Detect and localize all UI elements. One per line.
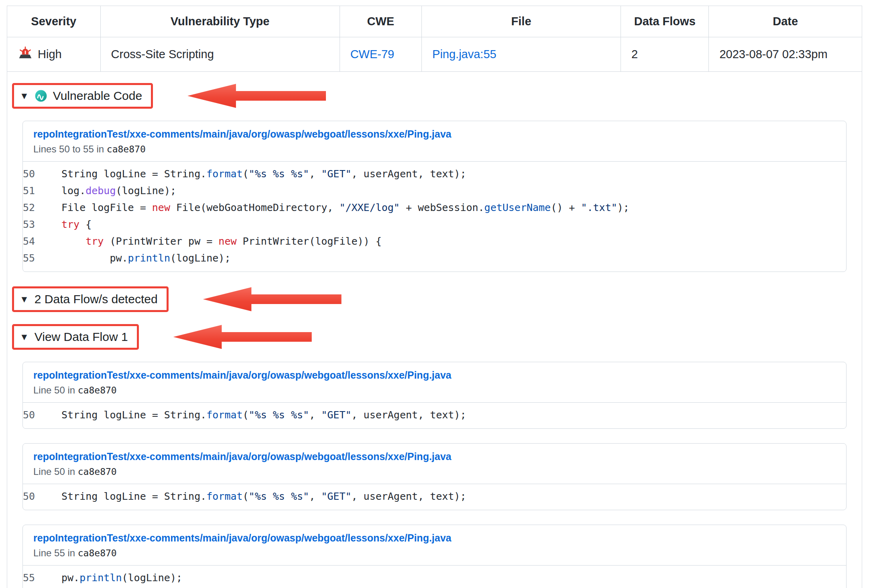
commit-hash: ca8e870 [107,144,146,154]
vulnerable-code-label: Vulnerable Code [53,89,142,103]
code-snippet-panel: repoIntegrationTest/xxe-comments/main/ja… [22,443,847,510]
line-range-label: Line 50 in ca8e870 [33,385,836,396]
annotation-arrow [187,84,326,108]
file-cell: Ping.java:55 [422,37,621,72]
triangle-down-icon: ▼ [20,333,29,342]
view-data-flow-1-section: ▼ View Data Flow 1 repoIntegrationTest/x… [22,324,847,588]
data-flow-step-panel-host: repoIntegrationTest/xxe-comments/main/ja… [22,525,847,588]
mobb-logo-icon [35,89,47,102]
line-range-label: Line 55 in ca8e870 [33,547,836,559]
triangle-down-icon: ▼ [20,91,29,101]
annotation-arrow [173,325,312,349]
code-line: String logLine = String.format("%s %s %s… [61,407,846,424]
severity-value: High [38,48,62,61]
column-header-date: Date [709,6,862,37]
data-flows-toggle[interactable]: ▼ 2 Data Flow/s detected [22,286,847,312]
triangle-down-icon: ▼ [20,295,29,304]
line-number: 50 [23,488,61,505]
vulnerability-summary-table: Severity Vulnerability Type CWE File Dat… [7,6,862,72]
line-number: 51 [23,182,61,199]
commit-hash: ca8e870 [78,548,117,558]
code-line-row: 50String logLine = String.format("%s %s … [23,488,846,505]
file-location-link[interactable]: Ping.java:55 [432,48,497,61]
code-line-row: 55pw.println(logLine); [23,570,846,586]
view-data-flow-1-toggle[interactable]: ▼ View Data Flow 1 [22,324,847,350]
annotation-arrow [203,287,342,311]
vulnerable-code-section: ▼ Vulnerab [22,83,847,272]
annotation-box: ▼ Vulnerab [12,83,153,109]
data-flows-label: 2 Data Flow/s detected [35,292,158,306]
data-flow-step-panel-host: repoIntegrationTest/xxe-comments/main/ja… [22,443,847,510]
cwe-cell: CWE-79 [340,37,421,72]
vulnerable-code-panel-host: repoIntegrationTest/xxe-comments/main/ja… [22,121,847,272]
annotation-box: ▼ 2 Data Flow/s detected [12,286,169,312]
code-line-row: 55 pw.println(logLine); [23,250,846,267]
commit-hash: ca8e870 [78,466,117,477]
data-flow-step-panel-host: repoIntegrationTest/xxe-comments/main/ja… [22,362,847,429]
table-row: High Cross-Site Scripting CWE-79 Ping.ja… [7,37,862,72]
file-path-link[interactable]: repoIntegrationTest/xxe-comments/main/ja… [33,532,452,544]
snippet-header: repoIntegrationTest/xxe-comments/main/ja… [23,525,846,566]
line-number: 50 [23,166,61,182]
line-range-label: Lines 50 to 55 in ca8e870 [33,144,836,155]
report-body: ▼ Vulnerab [7,83,862,588]
code-line: try { [61,216,846,233]
code-line: pw.println(logLine); [61,250,846,267]
column-header-data-flows: Data Flows [621,6,709,37]
line-range-label: Line 50 in ca8e870 [33,466,836,477]
data-flows-cell: 2 [621,37,709,72]
vulnerability-report-card: Severity Vulnerability Type CWE File Dat… [7,6,862,588]
vulnerable-code-toggle[interactable]: ▼ Vulnerab [22,83,847,109]
code-line-row: 54 try (PrintWriter pw = new PrintWriter… [23,233,846,250]
line-number: 50 [23,407,61,424]
commit-hash: ca8e870 [78,385,117,395]
severity-cell: High [7,37,100,72]
cwe-link[interactable]: CWE-79 [350,48,395,61]
code-line-row: 50String logLine = String.format("%s %s … [23,407,846,424]
date-cell: 2023-08-07 02:33pm [709,37,862,72]
view-data-flow-1-label: View Data Flow 1 [35,330,128,344]
line-number: 52 [23,199,61,216]
line-number: 55 [23,250,61,267]
code-line: String logLine = String.format("%s %s %s… [61,488,846,505]
code-line-row: 51log.debug(logLine); [23,182,846,199]
file-path-link[interactable]: repoIntegrationTest/xxe-comments/main/ja… [33,128,452,140]
code-line: log.debug(logLine); [61,182,846,199]
code-line: pw.println(logLine); [61,570,846,586]
rotating-light-icon [18,45,33,63]
code-line: try (PrintWriter pw = new PrintWriter(lo… [61,233,846,250]
code-snippet-panel: repoIntegrationTest/xxe-comments/main/ja… [22,362,847,429]
code-line: File logFile = new File(webGoatHomeDirec… [61,199,846,216]
code-snippet-panel: repoIntegrationTest/xxe-comments/main/ja… [22,525,847,588]
annotation-box: ▼ View Data Flow 1 [12,324,139,350]
code-line-row: 53try { [23,216,846,233]
snippet-header: repoIntegrationTest/xxe-comments/main/ja… [23,121,846,162]
file-path-link[interactable]: repoIntegrationTest/xxe-comments/main/ja… [33,451,452,462]
column-header-file: File [422,6,621,37]
snippet-header: repoIntegrationTest/xxe-comments/main/ja… [23,362,846,403]
code-line-row: 50String logLine = String.format("%s %s … [23,166,846,182]
vulnerability-type-cell: Cross-Site Scripting [100,37,340,72]
data-flows-section: ▼ 2 Data Flow/s detected ▼ View Data Flo… [22,286,847,588]
line-number: 55 [23,570,61,586]
code-line: String logLine = String.format("%s %s %s… [61,166,846,182]
table-header-row: Severity Vulnerability Type CWE File Dat… [7,6,862,37]
column-header-severity: Severity [7,6,100,37]
column-header-vulnerability-type: Vulnerability Type [100,6,340,37]
snippet-header: repoIntegrationTest/xxe-comments/main/ja… [23,444,846,484]
file-path-link[interactable]: repoIntegrationTest/xxe-comments/main/ja… [33,369,452,381]
column-header-cwe: CWE [340,6,421,37]
code-snippet-panel: repoIntegrationTest/xxe-comments/main/ja… [22,121,847,272]
code-line-row: 52File logFile = new File(webGoatHomeDir… [23,199,846,216]
line-number: 53 [23,216,61,233]
line-number: 54 [23,233,61,250]
